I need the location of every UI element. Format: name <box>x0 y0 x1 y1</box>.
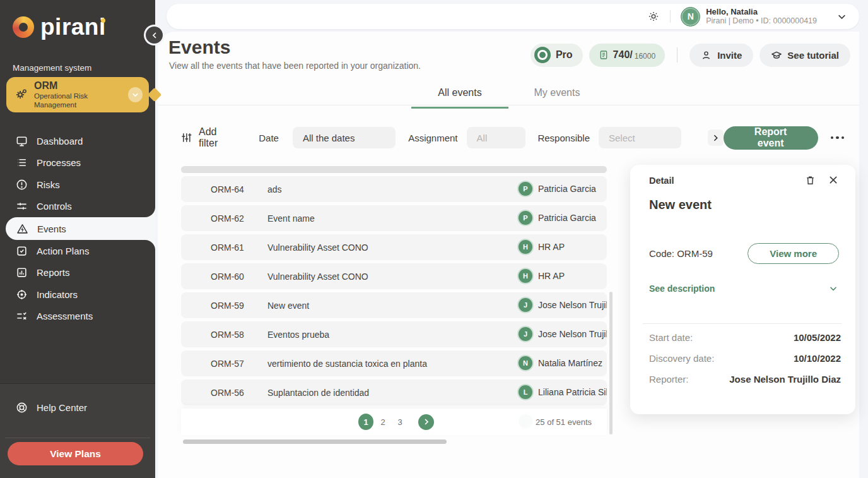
pagination-page-1[interactable]: 1 <box>358 414 373 430</box>
divider <box>158 105 859 105</box>
close-icon[interactable] <box>828 175 839 186</box>
user-info[interactable]: Hello, Natalia Pirani | Demo • ID: 00000… <box>706 8 817 25</box>
divider <box>5 438 150 438</box>
sidebar-item-dashboard[interactable]: Dashboard <box>0 130 155 152</box>
table-row[interactable]: ORM-61 Vulnerability Asset CONO HHR AP <box>181 234 607 260</box>
invite-label: Invite <box>717 50 742 61</box>
events-icon <box>16 223 28 235</box>
more-filters-chevron-icon[interactable] <box>708 129 723 146</box>
user-menu-chevron-icon[interactable] <box>837 12 847 21</box>
date-filter-input[interactable]: All the dates <box>293 127 396 148</box>
detail-field-reporter: Reporter: Jose Nelson Trujillo Diaz <box>649 374 841 385</box>
user-greeting: Hello, Natalia <box>706 8 817 16</box>
sidebar-item-risks[interactable]: Risks <box>0 174 155 196</box>
report-event-button[interactable]: Report event <box>724 126 818 150</box>
graduation-cap-icon <box>771 50 782 61</box>
notch-decoration <box>145 240 155 250</box>
responsible-avatar: L <box>519 385 532 399</box>
event-id: ORM-57 <box>211 359 244 369</box>
see-tutorial-label: See tutorial <box>787 50 839 61</box>
pirani-logo-text: pirani <box>40 16 106 38</box>
detail-field-discovery-date: Discovery date: 10/10/2022 <box>649 353 841 364</box>
field-label: Start date: <box>649 332 693 343</box>
sidebar-item-label: Risks <box>37 179 60 190</box>
sidebar-item-label: Action Plans <box>37 246 89 256</box>
plan-badge[interactable]: Pro <box>531 44 583 67</box>
event-name: Event name <box>267 213 512 224</box>
pagination-page-3[interactable]: 3 <box>392 417 408 427</box>
divider <box>670 10 671 23</box>
pagination-page-2[interactable]: 2 <box>375 417 390 427</box>
notch-decoration <box>145 207 155 217</box>
assessments-icon <box>16 310 28 322</box>
table-scrolled-header <box>181 166 607 173</box>
pirani-logo-icon <box>13 16 34 38</box>
processes-icon <box>16 157 28 169</box>
add-filter-button[interactable]: Add filter <box>199 126 236 149</box>
table-row[interactable]: ORM-58 Eventos prueba JJose Nelson Truji… <box>181 321 607 347</box>
see-tutorial-button[interactable]: See tutorial <box>760 44 850 67</box>
responsible-avatar: P <box>519 211 532 225</box>
divider <box>677 47 677 63</box>
sidebar-item-processes[interactable]: Processes <box>0 152 155 174</box>
event-name: New event <box>267 301 512 311</box>
event-name: Vulnerability Asset CONO <box>267 272 512 282</box>
see-description-toggle[interactable]: See description <box>649 284 838 294</box>
help-center-link[interactable]: Help Center <box>16 402 87 414</box>
responsible-filter-label: Responsible <box>537 133 590 143</box>
view-plans-button[interactable]: View Plans <box>8 442 143 465</box>
invite-button[interactable]: Invite <box>689 44 753 67</box>
event-name: Suplantacion de identidad <box>267 388 512 398</box>
chevron-down-icon[interactable] <box>128 87 143 102</box>
table-row[interactable]: ORM-56 Suplantacion de identidad LLilian… <box>181 379 607 405</box>
settings-gear-icon[interactable] <box>647 10 660 23</box>
sidebar-item-action-plans[interactable]: Action Plans <box>0 240 155 262</box>
responsible-filter-input[interactable]: Select <box>599 127 681 148</box>
sidebar-item-reports[interactable]: Reports <box>0 262 155 284</box>
header-controls: Pro 740/ 16000 Invite See tutorial <box>531 43 850 67</box>
table-row-selected[interactable]: ORM-59 New event JJose Nelson Trujillo <box>181 292 607 318</box>
management-system-label: Management system <box>13 63 91 73</box>
responsible-name: HR AP <box>538 271 565 281</box>
delete-trash-icon[interactable] <box>805 175 816 186</box>
pirani-logo: pirani <box>13 16 106 38</box>
module-switcher-orm[interactable]: ORM Operational Risk Management <box>6 77 149 112</box>
more-options-button[interactable] <box>831 136 845 140</box>
assignment-filter-input[interactable]: All <box>467 127 526 148</box>
sidebar-item-label: Controls <box>37 201 72 212</box>
sidebar-item-label: Assessments <box>37 311 93 321</box>
table-row[interactable]: ORM-60 Vulnerability Asset CONO HHR AP <box>181 263 607 289</box>
sidebar: pirani Management system ORM Operational… <box>0 0 155 478</box>
table-row[interactable]: ORM-62 Event name PPatricia Garcia <box>181 205 607 231</box>
usage-counter[interactable]: 740/ 16000 <box>589 44 666 67</box>
pagination-next-icon[interactable] <box>418 414 434 430</box>
sidebar-item-assessments[interactable]: Assessments <box>0 306 155 328</box>
user-avatar[interactable]: N <box>681 7 700 27</box>
sidebar-item-controls[interactable]: Controls <box>0 196 155 218</box>
module-name: ORM <box>34 80 128 92</box>
sidebar-collapse-button[interactable] <box>146 27 163 44</box>
pagination-bar: 1 2 3 25 of 51 events <box>181 409 607 435</box>
table-row[interactable]: ORM-64 ads PPatricia Garcia <box>181 176 607 202</box>
sidebar-item-events[interactable]: Events <box>6 217 155 240</box>
horizontal-scrollbar[interactable] <box>183 439 447 444</box>
responsible-avatar: N <box>519 356 532 370</box>
page-title: Events <box>168 37 230 58</box>
table-row[interactable]: ORM-57 vertimiento de sustancia toxica e… <box>181 350 607 376</box>
sidebar-item-label: Indicators <box>37 289 78 300</box>
logo-dot <box>101 18 105 23</box>
detail-panel: Detail New event Code: ORM-59 View more … <box>630 165 855 414</box>
sidebar-item-indicators[interactable]: Indicators <box>0 284 155 306</box>
event-name: ads <box>267 184 512 194</box>
view-more-button[interactable]: View more <box>748 243 839 264</box>
detail-panel-title: Detail <box>649 176 674 186</box>
sidebar-nav: Dashboard Processes Risks Controls Ev <box>0 130 155 327</box>
usage-current: 740/ <box>613 49 633 61</box>
vertical-scrollbar[interactable] <box>609 292 613 434</box>
pagination-summary: 25 of 51 events <box>536 417 592 427</box>
detail-field-start-date: Start date: 10/05/2022 <box>649 332 841 343</box>
filter-bar: Add filter Date All the dates Assignment… <box>180 120 850 155</box>
help-center-icon <box>16 402 28 414</box>
action-plans-icon <box>16 245 28 257</box>
module-description: Operational Risk Management <box>34 92 128 109</box>
